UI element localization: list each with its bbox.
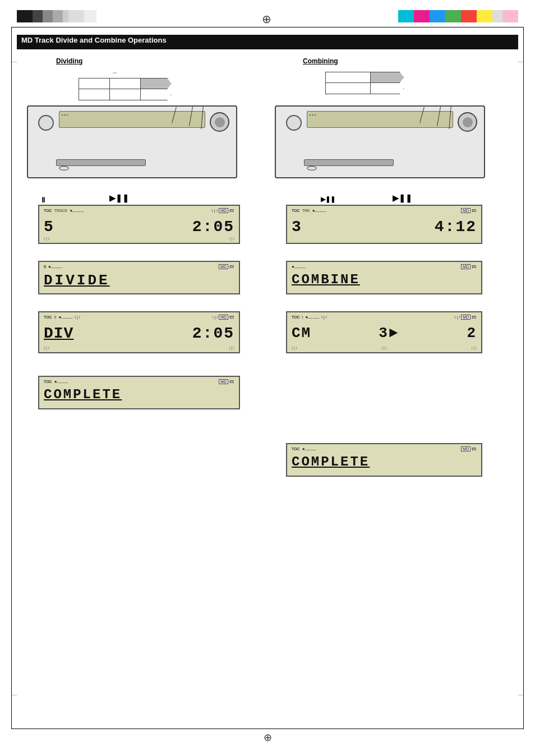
right-lcd-3: TOC I ●................. \ | / \ | / MD …	[286, 311, 482, 353]
left-lcd-3: TOC II ●................. \ | / \ | / MD…	[38, 311, 240, 353]
left-lcd-1: Ⅱ TOC TRACK ●................. \ | / MD …	[38, 205, 240, 244]
right-device-box: • • •	[275, 105, 485, 178]
header-text: MD Track Divide and Combine Operations	[17, 34, 171, 47]
right-lcd-4: TOC ●................. MD 📼 COMPLETE	[286, 443, 482, 477]
right-lcd-1: ▶❚❚ TOC TRK ●................. MD 📼 3 4:…	[286, 205, 482, 244]
left-device-box: • • •	[27, 105, 237, 178]
right-complete-text: COMPLETE	[292, 454, 370, 469]
combining-label: Combining	[303, 57, 338, 65]
border-left	[11, 27, 12, 729]
margin-mark-bl: —	[12, 692, 17, 697]
margin-mark-br: —	[518, 692, 523, 697]
left-lcd-2: II ●................. MD 📼 DIVIDE	[38, 261, 240, 294]
right-track-diagram	[325, 72, 404, 94]
color-bar-left	[17, 10, 96, 22]
margin-mark-tl: —	[12, 59, 17, 64]
bottom-crosshair: ⊕	[264, 731, 272, 744]
left-lcd-4: TOC ●................. MD 📼 COMPLETE	[38, 376, 240, 409]
left-complete-text: COMPLETE	[44, 387, 122, 402]
border-top	[11, 27, 524, 27]
right-press-play-label: ▶❚❚	[393, 193, 412, 202]
border-right	[523, 27, 524, 729]
margin-mark-tr: —	[518, 59, 523, 64]
border-bottom	[11, 729, 524, 729]
right-lcd-2: ●................. MD 📼 COMBINE	[286, 261, 482, 294]
left-press-play-label: ▶❚❚	[109, 193, 129, 202]
top-crosshair	[262, 12, 273, 24]
header-bar: MD Track Divide and Combine Operations	[17, 35, 518, 49]
left-track-diagram: ˇ ˈˈ ˈ	[79, 72, 171, 100]
color-bar-right	[398, 10, 518, 22]
dividing-label: Dividing	[56, 57, 82, 65]
